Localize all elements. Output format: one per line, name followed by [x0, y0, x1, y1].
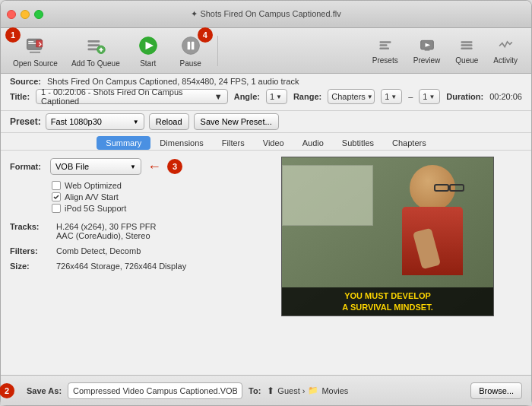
preset-select[interactable]: Fast 1080p30 ▼ [46, 113, 144, 130]
range-start-select[interactable]: 1 ▼ [381, 89, 402, 104]
traffic-lights [7, 10, 43, 19]
activity-button[interactable]: Activity [487, 33, 524, 68]
pause-button[interactable]: 4 Pause [172, 30, 210, 71]
queue-icon [458, 36, 476, 55]
open-source-icon [23, 33, 47, 58]
upload-icon: ⬆ [267, 385, 274, 396]
tab-audio[interactable]: Audio [293, 136, 333, 150]
tab-subtitles[interactable]: Subtitles [333, 136, 383, 150]
main-window: ✦ Shots Fired On Campus Captioned.flv 1 … [0, 0, 532, 406]
toolbar-separator [217, 36, 218, 66]
svg-rect-17 [461, 44, 473, 46]
svg-rect-8 [187, 42, 190, 50]
presets-button[interactable]: Presets [366, 33, 404, 68]
reload-button[interactable]: Reload [149, 113, 189, 130]
angle-select[interactable]: 1 ▼ [266, 89, 287, 104]
path-guest: Guest › [277, 386, 305, 395]
preset-bar: Preset: Fast 1080p30 ▼ Reload Save New P… [1, 111, 531, 133]
maximize-button[interactable] [34, 10, 43, 19]
annotation-1: 1 [5, 27, 21, 43]
tab-dimensions[interactable]: Dimensions [150, 136, 212, 150]
open-source-label: Open Source [13, 59, 58, 68]
svg-rect-10 [379, 41, 391, 43]
preset-value: Fast 1080p30 [51, 117, 102, 126]
range-end-select[interactable]: 1 ▼ [419, 89, 440, 104]
size-value: 726x464 Storage, 726x464 Display [56, 262, 186, 271]
right-panel: YOU MUST DEVELOP A SURVIVAL MINDSET. [244, 151, 531, 375]
main-content: Format: VOB File ▼ ← 3 Web Optimized [1, 151, 531, 375]
save-new-preset-button[interactable]: Save New Preset... [194, 113, 279, 130]
info-section: Tracks: H.264 (x264), 30 FPS PFRAAC (Cor… [10, 222, 235, 274]
presets-icon [376, 36, 394, 55]
source-label: Source: [10, 77, 41, 86]
align-av-checkbox[interactable] [52, 192, 61, 201]
save-as-input[interactable] [68, 382, 242, 399]
tab-filters[interactable]: Filters [213, 136, 254, 150]
web-optimized-checkbox[interactable] [52, 181, 61, 190]
tracks-label: Tracks: [10, 222, 52, 240]
pause-label: Pause [180, 59, 201, 68]
close-button[interactable] [7, 10, 16, 19]
video-glasses-left [434, 184, 449, 192]
start-icon [136, 33, 160, 58]
annotation-4: 4 [198, 27, 213, 43]
format-select[interactable]: VOB File ▼ [50, 158, 141, 175]
browse-button[interactable]: Browse... [470, 382, 522, 399]
preview-icon [418, 36, 436, 55]
folder-icon: 📁 [308, 385, 318, 395]
video-whiteboard [282, 165, 373, 226]
add-to-queue-button[interactable]: Add To Queue [67, 30, 125, 71]
folder-name: Movies [321, 386, 348, 395]
format-value: VOB File [55, 162, 89, 171]
open-source-button[interactable]: 1 Open Source [8, 30, 62, 71]
tabs-bar: Summary Dimensions Filters Video Audio S… [1, 133, 531, 151]
align-av-label: Align A/V Start [65, 192, 119, 201]
svg-point-7 [182, 37, 199, 55]
tab-chapters[interactable]: Chapters [383, 136, 435, 150]
queue-label: Queue [455, 56, 478, 65]
video-person-container [364, 157, 478, 279]
web-optimized-label: Web Optimized [65, 181, 122, 190]
path-display: ⬆ Guest › 📁 Movies [267, 385, 348, 396]
format-label: Format: [10, 162, 44, 171]
toolbar: 1 Open Source [1, 28, 531, 74]
range-type-value: Chapters [331, 92, 366, 101]
start-button[interactable]: Start [129, 30, 167, 71]
svg-rect-16 [461, 41, 473, 43]
range-type-select[interactable]: Chapters ▼ [328, 89, 375, 104]
range-start-value: 1 [385, 92, 389, 101]
subtitle-line1: YOU MUST DEVELOP [285, 290, 490, 301]
svg-rect-12 [379, 48, 389, 50]
checkbox-ipod: iPod 5G Support [52, 204, 235, 213]
preset-label: Preset: [10, 116, 41, 127]
ipod-checkbox[interactable] [52, 204, 61, 213]
filters-label: Filters: [10, 246, 52, 255]
range-dash: – [408, 92, 413, 101]
title-select[interactable]: 1 - 00:20:06 - Shots Fired On Campus Cap… [36, 89, 228, 104]
minimize-button[interactable] [21, 10, 30, 19]
add-to-queue-icon [84, 33, 108, 58]
filters-row: Filters: Comb Detect, Decomb [10, 246, 235, 255]
svg-rect-2 [87, 44, 100, 46]
checkbox-web-optimized: Web Optimized [52, 181, 235, 190]
ipod-label: iPod 5G Support [65, 204, 126, 213]
start-label: Start [140, 59, 156, 68]
tab-video[interactable]: Video [254, 136, 293, 150]
checkbox-align-av: Align A/V Start [52, 192, 235, 201]
range-label: Range: [293, 92, 321, 101]
queue-button[interactable]: Queue [449, 33, 484, 68]
activity-icon [496, 36, 515, 55]
range-end-value: 1 [423, 92, 427, 101]
annotation-2: 2 [0, 383, 14, 398]
format-row: Format: VOB File ▼ ← 3 [10, 158, 235, 175]
save-as-label: Save As: [27, 386, 62, 395]
svg-rect-1 [87, 40, 100, 43]
tab-summary[interactable]: Summary [97, 136, 150, 150]
tracks-row: Tracks: H.264 (x264), 30 FPS PFRAAC (Cor… [10, 222, 235, 240]
video-subtitle-bar: YOU MUST DEVELOP A SURVIVAL MINDSET. [282, 287, 493, 316]
svg-rect-14 [424, 49, 429, 51]
preview-button[interactable]: Preview [407, 33, 447, 68]
svg-rect-18 [461, 48, 473, 50]
add-to-queue-label: Add To Queue [71, 59, 120, 68]
to-label: To: [249, 386, 261, 395]
